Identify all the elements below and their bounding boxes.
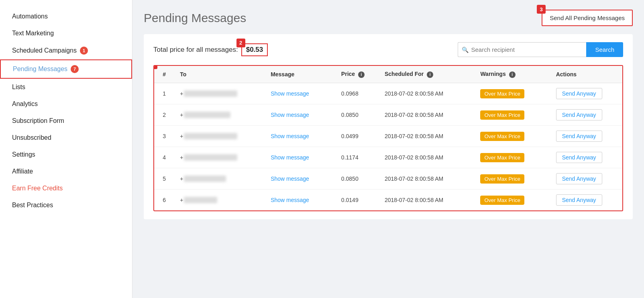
main-content: Pending Messages 3 Send All Pending Mess…	[132, 0, 644, 298]
sidebar-item-label-pending-messages: Pending Messages	[13, 65, 67, 73]
sidebar-item-settings[interactable]: Settings	[0, 146, 132, 163]
sidebar-item-label-unsubscribed: Unsubscribed	[12, 134, 51, 141]
row-phone: +1XXXXXXXXXX7106	[174, 83, 265, 104]
sidebar-item-label-subscription-form: Subscription Form	[12, 117, 64, 125]
row-num: 4	[154, 147, 174, 168]
sidebar-item-earn-free-credits[interactable]: Earn Free Credits	[0, 180, 132, 197]
search-input[interactable]	[458, 42, 586, 57]
show-message-link[interactable]: Show message	[271, 112, 309, 118]
row-actions: Send Anyway	[550, 189, 622, 210]
send-anyway-button[interactable]: Send Anyway	[556, 109, 602, 120]
sidebar-item-pending-messages[interactable]: Pending Messages7	[0, 59, 132, 79]
warnings-info-icon[interactable]: i	[509, 71, 516, 78]
show-message-link[interactable]: Show message	[271, 154, 309, 161]
sidebar-item-label-best-practices: Best Practices	[12, 202, 53, 209]
row-phone: +1XXXXXXXX	[174, 189, 265, 210]
sidebar-item-subscription-form[interactable]: Subscription Form	[0, 112, 132, 129]
row-message: Show message	[265, 147, 336, 168]
send-anyway-button[interactable]: Send Anyway	[556, 173, 602, 184]
total-price-label: Total price for all messages:	[153, 46, 238, 54]
sidebar-item-automations[interactable]: Automations	[0, 8, 132, 25]
page-title: Pending Messages	[144, 11, 246, 25]
show-message-link[interactable]: Show message	[271, 197, 309, 203]
send-anyway-button[interactable]: Send Anyway	[556, 194, 602, 206]
row-price: 0.0850	[336, 168, 379, 189]
sidebar-item-label-scheduled-campaigns: Scheduled Campaigns	[12, 47, 77, 54]
row-actions: Send Anyway	[550, 125, 622, 147]
row-message: Show message	[265, 125, 336, 147]
sidebar-item-lists[interactable]: Lists	[0, 79, 132, 96]
step1-badge: 1	[153, 65, 157, 69]
row-scheduled: 2018-07-02 8:00:58 AM	[379, 189, 475, 210]
send-anyway-button[interactable]: Send Anyway	[556, 131, 602, 142]
sidebar-item-scheduled-campaigns[interactable]: Scheduled Campaigns1	[0, 42, 132, 59]
row-price: 0.1174	[336, 147, 379, 168]
sidebar-item-affiliate[interactable]: Affiliate	[0, 163, 132, 180]
blurred-phone: 1XXXXXXXXXX7106	[184, 90, 237, 97]
row-price: 0.0850	[336, 104, 379, 125]
messages-table: # To Message Price i Scheduled For i War…	[154, 66, 622, 210]
row-warning: Over Max Price	[475, 104, 550, 125]
row-scheduled: 2018-07-02 8:00:58 AM	[379, 125, 475, 147]
send-all-button[interactable]: 3 Send All Pending Messages	[542, 10, 633, 26]
warning-badge: Over Max Price	[480, 132, 524, 141]
toolbar: Total price for all messages: 2 $0.53 🔍 …	[153, 42, 623, 57]
send-anyway-button[interactable]: Send Anyway	[556, 88, 602, 99]
table-row: 5 +1XXXXXXX7009 Show message 0.0850 2018…	[154, 168, 622, 189]
sidebar-item-unsubscribed[interactable]: Unsubscribed	[0, 129, 132, 146]
blurred-phone: 1XXXXXXXXX515	[184, 112, 230, 118]
search-button[interactable]: Search	[586, 42, 623, 57]
show-message-link[interactable]: Show message	[271, 176, 309, 182]
row-scheduled: 2018-07-02 8:00:58 AM	[379, 83, 475, 104]
blurred-phone: 1XXXXXXX7009	[184, 176, 226, 182]
sidebar-item-label-affiliate: Affiliate	[12, 168, 33, 175]
table-row: 3 +1XXXXXXXXXX1056 Show message 0.0499 2…	[154, 125, 622, 147]
row-price: 0.0499	[336, 125, 379, 147]
row-warning: Over Max Price	[475, 147, 550, 168]
row-warning: Over Max Price	[475, 83, 550, 104]
row-phone: +1XXXXXXXXX515	[174, 104, 265, 125]
col-header-to: To	[174, 66, 265, 83]
sidebar-item-text-marketing[interactable]: Text Marketing	[0, 25, 132, 42]
sidebar-item-label-settings: Settings	[12, 151, 35, 158]
show-message-link[interactable]: Show message	[271, 133, 309, 139]
scheduled-info-icon[interactable]: i	[427, 71, 433, 78]
sidebar-item-label-earn-free-credits: Earn Free Credits	[12, 185, 63, 192]
price-info-icon[interactable]: i	[358, 71, 365, 78]
row-warning: Over Max Price	[475, 125, 550, 147]
step3-badge: 3	[537, 5, 546, 14]
search-area: 🔍 Search	[458, 42, 623, 57]
row-num: 1	[154, 83, 174, 104]
row-warning: Over Max Price	[475, 189, 550, 210]
table-header-row: # To Message Price i Scheduled For i War…	[154, 66, 622, 83]
row-actions: Send Anyway	[550, 147, 622, 168]
table-row: 6 +1XXXXXXXX Show message 0.0149 2018-07…	[154, 189, 622, 210]
warning-badge: Over Max Price	[480, 196, 524, 205]
warning-badge: Over Max Price	[480, 89, 524, 98]
total-price-area: Total price for all messages: 2 $0.53	[153, 43, 268, 56]
sidebar-item-label-automations: Automations	[12, 13, 48, 20]
col-header-price: Price i	[336, 66, 379, 83]
warning-badge: Over Max Price	[480, 174, 524, 184]
row-scheduled: 2018-07-02 8:00:58 AM	[379, 168, 475, 189]
header-row: Pending Messages 3 Send All Pending Mess…	[144, 10, 633, 26]
row-actions: Send Anyway	[550, 104, 622, 125]
total-price-value: 2 $0.53	[241, 43, 268, 56]
sidebar-badge-pending-messages: 7	[71, 65, 79, 73]
sidebar: AutomationsText MarketingScheduled Campa…	[0, 0, 132, 298]
sidebar-item-best-practices[interactable]: Best Practices	[0, 197, 132, 214]
col-header-scheduled: Scheduled For i	[379, 66, 475, 83]
warning-badge: Over Max Price	[480, 153, 524, 162]
table-row: 1 +1XXXXXXXXXX7106 Show message 0.0968 2…	[154, 83, 622, 104]
sidebar-item-label-analytics: Analytics	[12, 100, 38, 108]
sidebar-item-analytics[interactable]: Analytics	[0, 96, 132, 112]
row-phone: +1XXXXXXXXXX1056	[174, 125, 265, 147]
show-message-link[interactable]: Show message	[271, 90, 309, 97]
row-price: 0.0968	[336, 83, 379, 104]
search-input-wrap: 🔍	[458, 42, 586, 57]
row-message: Show message	[265, 104, 336, 125]
row-message: Show message	[265, 83, 336, 104]
step2-badge: 2	[236, 39, 245, 47]
send-anyway-button[interactable]: Send Anyway	[556, 152, 602, 163]
col-header-message: Message	[265, 66, 336, 83]
